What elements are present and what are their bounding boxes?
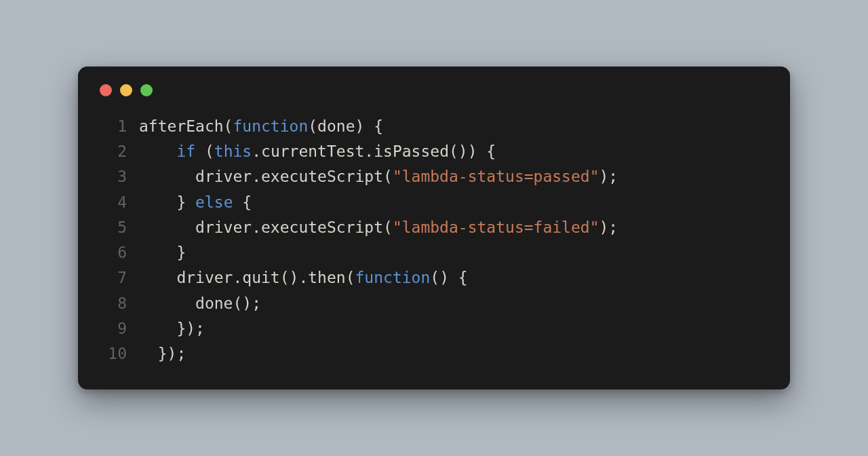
token: driver.executeScript( — [139, 218, 393, 236]
line-number: 1 — [97, 114, 139, 139]
code-line: 4 } else { — [97, 190, 771, 215]
line-content: if (this.currentTest.isPassed()) { — [139, 139, 496, 164]
token: function — [355, 269, 431, 286]
line-number: 8 — [97, 291, 139, 316]
line-number: 7 — [97, 265, 139, 290]
line-content: driver.quit().then(function() { — [139, 265, 468, 290]
line-number: 2 — [97, 139, 139, 164]
window-traffic-lights — [97, 84, 771, 96]
token: ); — [599, 218, 618, 236]
code-line: 3 driver.executeScript("lambda-status=pa… — [97, 164, 771, 189]
token: }); — [139, 320, 205, 337]
minimize-icon[interactable] — [120, 84, 132, 96]
token: ); — [599, 168, 618, 185]
code-line: 1afterEach(function(done) { — [97, 114, 771, 139]
token: afterEach( — [139, 117, 233, 135]
token: } — [139, 193, 195, 211]
line-number: 3 — [97, 164, 139, 189]
line-content: driver.executeScript("lambda-status=fail… — [139, 215, 618, 240]
line-number: 6 — [97, 240, 139, 265]
code-line: 2 if (this.currentTest.isPassed()) { — [97, 139, 771, 164]
token: function — [233, 117, 308, 135]
code-line: 7 driver.quit().then(function() { — [97, 265, 771, 290]
token: (done) { — [308, 117, 383, 135]
line-content: afterEach(function(done) { — [139, 114, 383, 139]
line-content: }); — [139, 316, 205, 341]
token: done(); — [139, 294, 261, 312]
line-number: 9 — [97, 316, 139, 341]
line-content: driver.executeScript("lambda-status=pass… — [139, 164, 618, 189]
token: "lambda-status=failed" — [393, 218, 599, 236]
close-icon[interactable] — [100, 84, 112, 96]
token: ( — [195, 142, 214, 160]
code-area[interactable]: 1afterEach(function(done) {2 if (this.cu… — [97, 114, 771, 367]
token: { — [233, 193, 252, 211]
token: } — [139, 244, 186, 261]
line-number: 4 — [97, 190, 139, 215]
token — [139, 142, 176, 160]
token: else — [195, 193, 233, 211]
token: "lambda-status=passed" — [393, 168, 599, 185]
token: driver.executeScript( — [139, 168, 393, 185]
token: }); — [139, 345, 186, 362]
line-content: done(); — [139, 291, 261, 316]
code-window: 1afterEach(function(done) {2 if (this.cu… — [78, 66, 790, 390]
token: () { — [430, 269, 467, 286]
line-content: }); — [139, 341, 186, 366]
line-content: } — [139, 240, 186, 265]
token: driver.quit().then( — [139, 269, 355, 286]
token: if — [176, 142, 195, 160]
code-line: 10 }); — [97, 341, 771, 366]
token: this — [214, 142, 252, 160]
code-line: 5 driver.executeScript("lambda-status=fa… — [97, 215, 771, 240]
line-number: 5 — [97, 215, 139, 240]
code-line: 9 }); — [97, 316, 771, 341]
code-line: 6 } — [97, 240, 771, 265]
token: .currentTest.isPassed()) { — [252, 142, 496, 160]
zoom-icon[interactable] — [140, 84, 153, 96]
line-content: } else { — [139, 190, 252, 215]
line-number: 10 — [97, 341, 139, 366]
code-line: 8 done(); — [97, 291, 771, 316]
